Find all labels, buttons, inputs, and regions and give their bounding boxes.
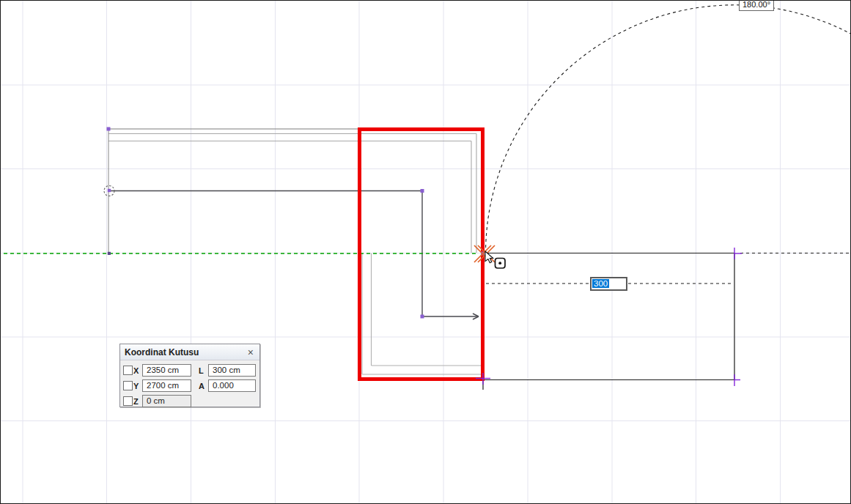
coordinate-box-dialog: Koordinat Kutusu × X 2350 cm L 300 cm Y …	[119, 344, 260, 407]
angle-arc	[486, 5, 851, 253]
length-input-selected-text: 300	[592, 279, 609, 288]
l-value-field[interactable]: 300 cm	[208, 364, 256, 377]
y-value-field[interactable]: 2700 cm	[142, 379, 191, 392]
a-value-field[interactable]: 0.000	[208, 379, 256, 392]
x-checkbox[interactable]	[123, 366, 133, 375]
dialog-title: Koordinat Kutusu	[125, 347, 246, 357]
dialog-titlebar[interactable]: Koordinat Kutusu ×	[120, 344, 259, 360]
node-symbol-icon	[496, 259, 506, 269]
z-label: Z	[133, 397, 141, 406]
l-label: L	[199, 366, 205, 375]
x-label: X	[133, 366, 141, 375]
current-wall-axes	[483, 253, 850, 390]
vertex-handles[interactable]	[107, 127, 485, 319]
selection-rectangle	[360, 130, 483, 379]
y-checkbox[interactable]	[123, 381, 133, 390]
coordinate-row-y: Y 2700 cm A 0.000	[123, 378, 259, 393]
wall-faces	[108, 129, 483, 374]
endpoint-ticks	[476, 248, 742, 386]
z-checkbox[interactable]	[123, 396, 133, 406]
coordinate-row-z: Z 0 cm	[123, 393, 259, 409]
angle-value-label: 180.00°	[739, 0, 774, 11]
a-label: A	[199, 382, 205, 390]
cad-drawing-window[interactable]: 180.00° 300 Koordinat Kutusu × X 2350 cm…	[0, 0, 851, 504]
wall-axis-polyline	[109, 191, 479, 320]
close-icon[interactable]: ×	[246, 347, 255, 357]
grid	[1, 1, 850, 503]
drawing-layer[interactable]	[1, 1, 850, 503]
z-value-field: 0 cm	[142, 395, 191, 407]
length-input[interactable]: 300	[590, 277, 627, 291]
y-label: Y	[133, 382, 141, 390]
x-value-field[interactable]: 2350 cm	[142, 364, 191, 377]
coordinate-row-x: X 2350 cm L 300 cm	[123, 363, 259, 378]
